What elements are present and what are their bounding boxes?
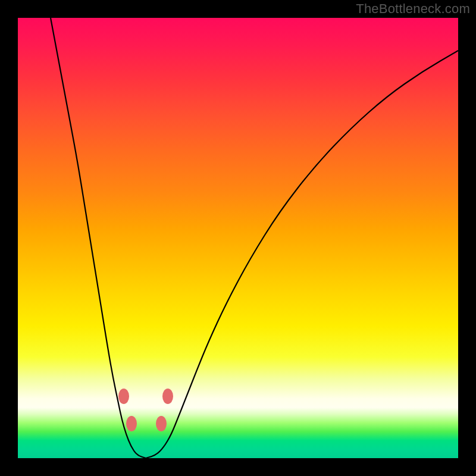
curve-marker: [162, 389, 173, 404]
curve-marker: [118, 389, 129, 404]
curve-marker: [156, 416, 167, 431]
markers-group: [118, 389, 173, 431]
plot-area: [18, 18, 458, 458]
watermark-text: TheBottleneck.com: [356, 1, 470, 17]
curves-svg: [18, 18, 458, 458]
left-curve: [51, 18, 146, 458]
curve-marker: [126, 416, 137, 431]
right-curve: [146, 51, 458, 458]
